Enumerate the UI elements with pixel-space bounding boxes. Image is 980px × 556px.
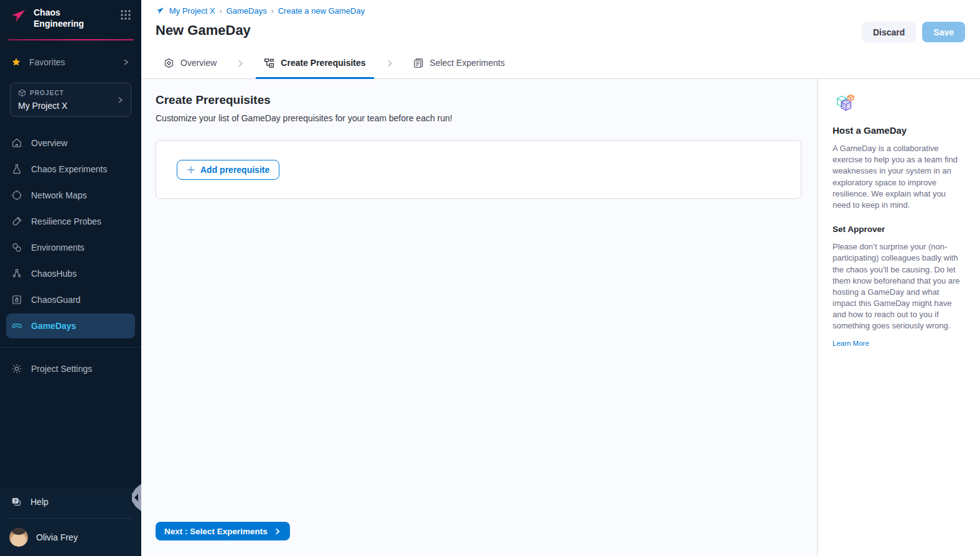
nav-label: ChaosGuard bbox=[31, 295, 80, 305]
project-name: My Project X bbox=[18, 101, 123, 111]
prerequisites-step: Create Prerequisites Customize your list… bbox=[141, 79, 817, 556]
nav-label: GameDays bbox=[31, 321, 76, 331]
prerequisites-flow-icon bbox=[264, 58, 274, 68]
user-name: Olivia Frey bbox=[36, 532, 78, 542]
collapse-arrow-icon bbox=[134, 494, 138, 501]
nav-label: Resilience Probes bbox=[31, 216, 101, 226]
home-icon bbox=[11, 137, 23, 149]
sidebar-item-resilience-probes[interactable]: Resilience Probes bbox=[6, 209, 135, 234]
help-panel-title: Host a GameDay bbox=[833, 125, 961, 136]
flask-icon bbox=[11, 163, 23, 175]
tab-select-experiments[interactable]: Select Experiments bbox=[405, 49, 513, 79]
sidebar-nav: Overview Chaos Experiments Network Maps … bbox=[0, 129, 141, 382]
nav-label: Environments bbox=[31, 243, 85, 253]
sidebar-item-chaos-experiments[interactable]: Chaos Experiments bbox=[6, 157, 135, 182]
header-actions: Discard Save bbox=[862, 22, 965, 42]
network-circle-icon bbox=[11, 189, 23, 202]
sidebar-item-chaoshubs[interactable]: ChaosHubs bbox=[6, 261, 135, 286]
step-heading: Create Prerequisites bbox=[156, 93, 801, 107]
breadcrumb-link-project[interactable]: My Project X bbox=[169, 6, 215, 16]
guard-lock-icon bbox=[11, 294, 23, 306]
gear-icon bbox=[11, 363, 23, 375]
nav-label: Network Maps bbox=[31, 190, 86, 200]
next-button-label: Next : Select Experiments bbox=[164, 527, 268, 536]
add-prerequisite-button[interactable]: Add prerequisite bbox=[177, 160, 279, 180]
nav-label: Project Settings bbox=[31, 364, 92, 374]
tab-overview[interactable]: Overview bbox=[156, 49, 225, 79]
avatar bbox=[9, 528, 28, 547]
nav-label: Overview bbox=[31, 138, 67, 148]
help-chat-icon: ? bbox=[11, 496, 22, 507]
harness-mini-logo-icon bbox=[156, 6, 165, 16]
hexagon-gear-icon bbox=[164, 58, 174, 68]
add-prerequisite-label: Add prerequisite bbox=[200, 165, 269, 175]
apps-grid-icon[interactable] bbox=[120, 9, 131, 21]
svg-text:?: ? bbox=[14, 498, 16, 504]
brand: Chaos Engineering bbox=[0, 0, 141, 34]
help-button[interactable]: ? Help bbox=[0, 488, 141, 516]
brand-title: Chaos Engineering bbox=[34, 7, 96, 29]
chaos-engineering-logo-icon bbox=[10, 7, 27, 25]
tab-chevron-icon bbox=[374, 49, 405, 78]
page-title: New GameDay bbox=[156, 22, 965, 39]
learn-more-link[interactable]: Learn More bbox=[833, 340, 869, 347]
project-selector[interactable]: PROJECT My Project X bbox=[10, 83, 131, 117]
breadcrumb-link-gamedays[interactable]: GameDays bbox=[226, 6, 267, 16]
help-panel-section-body: Please don’t surprise your (non-particip… bbox=[833, 241, 961, 332]
chevron-right-icon bbox=[116, 96, 124, 104]
breadcrumb: My Project X › GameDays › Create a new G… bbox=[156, 6, 965, 16]
sidebar-item-chaosguard[interactable]: ChaosGuard bbox=[6, 287, 135, 312]
environments-icon bbox=[11, 241, 23, 254]
gamepad-icon bbox=[11, 320, 23, 332]
discard-button[interactable]: Discard bbox=[862, 22, 916, 42]
sidebar: Chaos Engineering Favorites PROJECT My bbox=[0, 0, 141, 556]
nav-label: ChaosHubs bbox=[31, 269, 77, 279]
nav-divider bbox=[0, 347, 141, 348]
chevron-right-icon bbox=[273, 527, 281, 535]
wizard-tab-bar: Overview Create Prerequisites bbox=[141, 49, 980, 79]
breadcrumb-separator: › bbox=[220, 7, 222, 16]
gameday-cubes-icon bbox=[833, 93, 856, 115]
sidebar-item-overview[interactable]: Overview bbox=[6, 131, 135, 155]
tab-label: Select Experiments bbox=[430, 58, 505, 68]
tab-chevron-icon bbox=[225, 49, 256, 78]
chevron-right-icon bbox=[121, 58, 130, 67]
content-body: Create Prerequisites Customize your list… bbox=[141, 79, 980, 556]
sidebar-item-project-settings[interactable]: Project Settings bbox=[6, 356, 135, 381]
plus-icon bbox=[187, 165, 195, 174]
breadcrumb-separator: › bbox=[271, 7, 274, 16]
help-label: Help bbox=[30, 497, 49, 507]
hub-icon bbox=[11, 267, 23, 280]
help-panel-intro: A GameDay is a collaborative exercise to… bbox=[833, 143, 961, 211]
help-panel-section-title: Set Approver bbox=[833, 225, 961, 234]
experiments-book-icon bbox=[413, 58, 424, 68]
sidebar-item-network-maps[interactable]: Network Maps bbox=[6, 183, 135, 208]
sidebar-bottom: ? Help Olivia Frey bbox=[0, 488, 141, 556]
tab-label: Create Prerequisites bbox=[281, 58, 365, 68]
main-content: My Project X › GameDays › Create a new G… bbox=[141, 0, 980, 556]
brand-divider bbox=[7, 39, 134, 40]
sidebar-item-environments[interactable]: Environments bbox=[6, 235, 135, 260]
save-button[interactable]: Save bbox=[922, 22, 965, 42]
breadcrumb-link-create-gameday[interactable]: Create a new GameDay bbox=[278, 6, 365, 16]
star-icon bbox=[11, 57, 21, 67]
prerequisites-card: Add prerequisite bbox=[156, 140, 801, 199]
user-account[interactable]: Olivia Frey bbox=[0, 521, 141, 554]
tab-label: Overview bbox=[180, 58, 217, 68]
page-header: My Project X › GameDays › Create a new G… bbox=[141, 0, 980, 49]
sidebar-bottom-divider bbox=[10, 518, 131, 519]
cube-icon bbox=[18, 89, 26, 97]
help-panel: Host a GameDay A GameDay is a collaborat… bbox=[817, 79, 980, 556]
nav-label: Chaos Experiments bbox=[31, 164, 107, 174]
sidebar-item-favorites[interactable]: Favorites bbox=[6, 53, 135, 72]
next-select-experiments-button[interactable]: Next : Select Experiments bbox=[156, 522, 290, 540]
sidebar-item-gamedays[interactable]: GameDays bbox=[6, 313, 135, 338]
app-root: Chaos Engineering Favorites PROJECT My bbox=[0, 0, 980, 556]
tab-create-prerequisites[interactable]: Create Prerequisites bbox=[256, 49, 373, 79]
step-description: Customize your list of GameDay prerequis… bbox=[156, 113, 801, 123]
favorites-label: Favorites bbox=[29, 57, 65, 67]
probe-icon bbox=[11, 215, 23, 228]
project-label: PROJECT bbox=[30, 90, 64, 96]
